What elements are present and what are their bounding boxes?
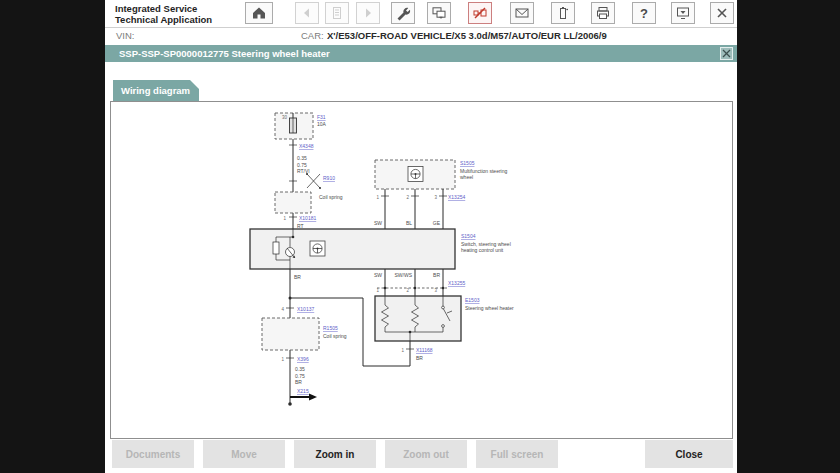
wire-mid-3: BR xyxy=(433,272,440,278)
close-app-button[interactable] xyxy=(710,2,734,24)
wiring-diagram-svg: 30 F31 10A X4348 0.35 0.75 RT/VI R910 Co… xyxy=(111,102,732,438)
wiring-diagram-panel: 30 F31 10A X4348 0.35 0.75 RT/VI R910 Co… xyxy=(110,101,733,439)
connector-x13255-link[interactable]: X13255 xyxy=(448,280,465,286)
printer-button[interactable] xyxy=(591,2,615,24)
mfl-name-1: Multifunction steering xyxy=(460,168,507,174)
mfl-id-link[interactable]: S1505 xyxy=(460,160,475,166)
nav-forward-icon xyxy=(360,5,376,21)
wire-bottom-2: 0.75 xyxy=(295,373,305,379)
connection-icon xyxy=(472,5,488,21)
ctrl-id-link[interactable]: S1504 xyxy=(461,233,476,239)
ground-point-link[interactable]: X215 xyxy=(297,388,309,394)
titlebar: Integrated Service Technical Application xyxy=(105,0,737,28)
wire-ge-label: GE xyxy=(433,220,441,226)
heater-pin: 1 xyxy=(401,348,404,353)
ssp-title-bar: SSP-SSP-SP0000012775 Steering wheel heat… xyxy=(105,45,737,62)
app-title-line1: Integrated Service xyxy=(115,3,212,14)
ground-dot xyxy=(288,402,292,406)
connection-button[interactable] xyxy=(468,2,492,24)
move-button[interactable]: Move xyxy=(203,440,285,468)
heater-box xyxy=(375,296,461,341)
full-screen-button[interactable]: Full screen xyxy=(476,440,558,468)
close-icon xyxy=(714,5,730,21)
vin-label: VIN: xyxy=(116,30,134,41)
steering-wheel-icon xyxy=(408,167,423,182)
mfl-name-2: wheel xyxy=(460,174,473,180)
vehicle-info-row: VIN: CAR: X'/E53/OFF-ROAD VEHICLE/X5 3.0… xyxy=(105,28,737,44)
conn-x10137-pin: 4 xyxy=(281,307,284,312)
connector-x13254-link[interactable]: X13254 xyxy=(448,194,465,200)
nav-back-icon xyxy=(299,5,315,21)
nav-forward-button[interactable] xyxy=(356,2,380,24)
connector-x10137-link[interactable]: X10137 xyxy=(297,306,314,312)
connector-x11168-link[interactable]: X11168 xyxy=(416,347,433,353)
wire-bottom-1: 0.35 xyxy=(295,366,305,372)
wire-bottom-3: BR xyxy=(295,379,302,385)
home-icon xyxy=(251,5,267,21)
mail-button[interactable] xyxy=(510,2,534,24)
car-value: X'/E53/OFF-ROAD VEHICLE/X5 3.0d/M57/AUTO… xyxy=(327,30,607,41)
mfl-pin-3: 3 xyxy=(434,195,437,200)
ssp-title: SSP-SSP-SP0000012775 Steering wheel heat… xyxy=(119,48,330,59)
ctrl-box xyxy=(250,229,455,269)
splice-id-link[interactable]: R910 xyxy=(323,175,335,181)
fuse-id-link[interactable]: F31 xyxy=(317,114,326,120)
coil-spring-top-label: Coil spring xyxy=(319,194,343,200)
wire-gauge-2: 0.75 xyxy=(297,162,307,168)
connector-x4348-link[interactable]: X4348 xyxy=(299,143,314,149)
app-title: Integrated Service Technical Application xyxy=(115,3,212,26)
wrench-icon xyxy=(395,5,411,21)
nav-back-button[interactable] xyxy=(295,2,319,24)
fuse-pin-label: 30 xyxy=(282,115,288,120)
tab-wiring-diagram[interactable]: Wiring diagram xyxy=(113,80,199,101)
documents-button[interactable]: Documents xyxy=(112,440,194,468)
coil2-label: Coil spring xyxy=(323,333,347,339)
conn-x10181-pin: 1 xyxy=(283,216,286,221)
mfl-pin-2: 2 xyxy=(406,195,409,200)
wire-bl-label: BL xyxy=(406,220,412,226)
mail-icon xyxy=(514,5,530,21)
coil-spring-box-bottom xyxy=(262,318,319,350)
mid-pin-1: 1 xyxy=(376,288,379,293)
displays-button[interactable] xyxy=(427,2,451,24)
battery-icon xyxy=(555,5,571,21)
displays-icon xyxy=(431,5,447,21)
heater-wire-color: BR xyxy=(416,355,423,361)
splice-symbol xyxy=(306,173,321,189)
connector-x10181-link[interactable]: X10181 xyxy=(299,215,316,221)
zoom-in-button[interactable]: Zoom in xyxy=(294,440,376,468)
zoom-out-button[interactable]: Zoom out xyxy=(385,440,467,468)
printer-icon xyxy=(595,5,611,21)
ista-window: Integrated Service Technical Application xyxy=(105,0,737,473)
close-button[interactable]: Close xyxy=(645,440,733,468)
help-icon: ? xyxy=(640,6,648,21)
mfl-pin-1: 1 xyxy=(376,195,379,200)
home-button[interactable] xyxy=(245,2,273,24)
help-button[interactable]: ? xyxy=(632,2,656,24)
heater-name: Steering wheel heater xyxy=(465,305,514,311)
mid-pin-3: 3 xyxy=(434,288,437,293)
ctrl-name-1: Switch, steering wheel xyxy=(461,241,511,247)
wire-color-1: RT/VI xyxy=(297,168,310,174)
document-button[interactable] xyxy=(325,2,349,24)
ground-arrow xyxy=(290,394,317,401)
tab-label: Wiring diagram xyxy=(113,85,190,96)
app-title-line2: Technical Application xyxy=(115,14,212,25)
battery-button[interactable] xyxy=(551,2,575,24)
ctrl-steering-wheel-icon xyxy=(310,241,325,256)
ssp-close-icon xyxy=(722,49,731,58)
conn-x396-pin: 1 xyxy=(281,357,284,362)
coil2-id-link[interactable]: R1505 xyxy=(323,325,338,331)
connector-x396-link[interactable]: X396 xyxy=(297,356,309,362)
car-label: CAR: xyxy=(301,30,324,41)
ssp-close-button[interactable] xyxy=(720,47,733,60)
wire-sw-label: SW xyxy=(374,220,382,226)
mid-pin-2: 2 xyxy=(406,288,409,293)
footer: DocumentsMoveZoom inZoom outFull screenC… xyxy=(112,440,733,468)
minimize-button[interactable] xyxy=(671,2,695,24)
wire-gauge-1: 0.35 xyxy=(297,155,307,161)
coil-spring-box-top xyxy=(275,192,311,213)
heater-id-link[interactable]: E1503 xyxy=(465,297,480,303)
workshop-button[interactable] xyxy=(391,2,415,24)
ctrl-wire-br: BR xyxy=(294,274,301,280)
